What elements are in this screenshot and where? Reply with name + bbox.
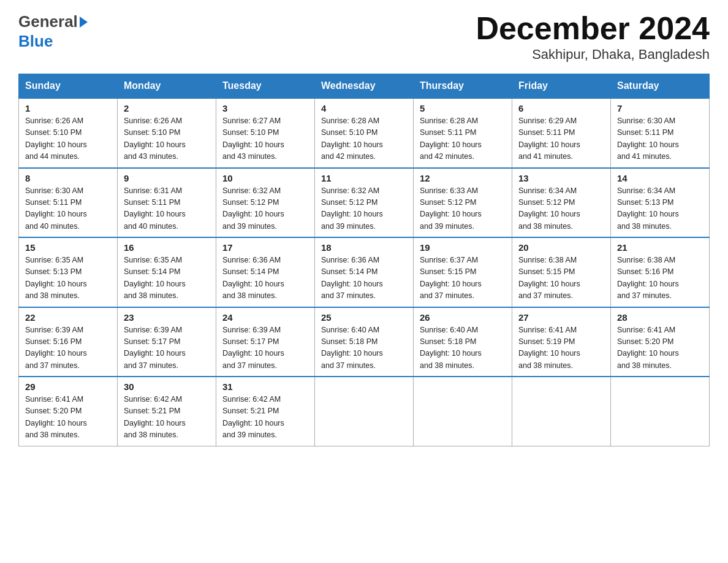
calendar-cell: 10 Sunrise: 6:32 AMSunset: 5:12 PMDaylig…: [216, 168, 315, 238]
header-saturday: Saturday: [611, 74, 710, 99]
day-number: 5: [420, 103, 506, 113]
calendar-cell: 12 Sunrise: 6:33 AMSunset: 5:12 PMDaylig…: [414, 168, 512, 238]
day-number: 4: [321, 103, 407, 113]
logo-triangle-icon: [80, 17, 88, 28]
day-info: Sunrise: 6:35 AMSunset: 5:14 PMDaylight:…: [124, 256, 186, 300]
calendar-week-4: 22 Sunrise: 6:39 AMSunset: 5:16 PMDaylig…: [19, 307, 710, 377]
day-number: 14: [617, 173, 703, 183]
calendar-cell: 29 Sunrise: 6:41 AMSunset: 5:20 PMDaylig…: [19, 377, 118, 446]
day-number: 16: [124, 242, 210, 253]
calendar-cell: 6 Sunrise: 6:29 AMSunset: 5:11 PMDayligh…: [512, 98, 611, 168]
calendar-cell: 9 Sunrise: 6:31 AMSunset: 5:11 PMDayligh…: [118, 168, 216, 238]
day-number: 28: [617, 312, 703, 323]
calendar-cell: 25 Sunrise: 6:40 AMSunset: 5:18 PMDaylig…: [315, 307, 414, 377]
month-title: December 2024: [476, 12, 710, 44]
calendar-cell: 13 Sunrise: 6:34 AMSunset: 5:12 PMDaylig…: [512, 168, 611, 238]
day-number: 15: [25, 242, 111, 253]
day-info: Sunrise: 6:38 AMSunset: 5:15 PMDaylight:…: [518, 256, 580, 300]
header-monday: Monday: [118, 74, 216, 99]
day-number: 29: [25, 381, 111, 392]
calendar-cell: 24 Sunrise: 6:39 AMSunset: 5:17 PMDaylig…: [216, 307, 315, 377]
calendar-cell: [512, 377, 611, 446]
day-number: 31: [222, 381, 308, 392]
day-info: Sunrise: 6:42 AMSunset: 5:21 PMDaylight:…: [124, 395, 186, 439]
location-title: Sakhipur, Dhaka, Bangladesh: [476, 47, 710, 63]
calendar-table: SundayMondayTuesdayWednesdayThursdayFrid…: [18, 74, 710, 446]
day-number: 13: [518, 173, 604, 183]
day-number: 19: [420, 242, 506, 253]
calendar-cell: 31 Sunrise: 6:42 AMSunset: 5:21 PMDaylig…: [216, 377, 315, 446]
calendar-week-5: 29 Sunrise: 6:41 AMSunset: 5:20 PMDaylig…: [19, 377, 710, 446]
day-number: 30: [124, 381, 210, 392]
logo-blue-text: Blue: [18, 32, 53, 51]
calendar-cell: 5 Sunrise: 6:28 AMSunset: 5:11 PMDayligh…: [414, 98, 512, 168]
day-number: 9: [124, 173, 210, 183]
calendar-cell: 14 Sunrise: 6:34 AMSunset: 5:13 PMDaylig…: [611, 168, 710, 238]
header-friday: Friday: [512, 74, 611, 99]
day-number: 12: [420, 173, 506, 183]
day-number: 2: [124, 103, 210, 113]
calendar-cell: 2 Sunrise: 6:26 AMSunset: 5:10 PMDayligh…: [118, 98, 216, 168]
calendar-cell: 19 Sunrise: 6:37 AMSunset: 5:15 PMDaylig…: [414, 237, 512, 307]
title-block: December 2024 Sakhipur, Dhaka, Banglades…: [476, 12, 710, 63]
calendar-cell: 17 Sunrise: 6:36 AMSunset: 5:14 PMDaylig…: [216, 237, 315, 307]
calendar-cell: 8 Sunrise: 6:30 AMSunset: 5:11 PMDayligh…: [19, 168, 118, 238]
header-tuesday: Tuesday: [216, 74, 315, 99]
day-number: 17: [222, 242, 308, 253]
calendar-cell: 7 Sunrise: 6:30 AMSunset: 5:11 PMDayligh…: [611, 98, 710, 168]
day-number: 23: [124, 312, 210, 323]
day-number: 24: [222, 312, 308, 323]
header-wednesday: Wednesday: [315, 74, 414, 99]
calendar-cell: 1 Sunrise: 6:26 AMSunset: 5:10 PMDayligh…: [19, 98, 118, 168]
day-info: Sunrise: 6:28 AMSunset: 5:10 PMDaylight:…: [321, 117, 383, 161]
calendar-cell: 11 Sunrise: 6:32 AMSunset: 5:12 PMDaylig…: [315, 168, 414, 238]
logo: General Blue: [18, 12, 88, 51]
day-info: Sunrise: 6:29 AMSunset: 5:11 PMDaylight:…: [518, 117, 580, 161]
day-info: Sunrise: 6:28 AMSunset: 5:11 PMDaylight:…: [420, 117, 482, 161]
header-thursday: Thursday: [414, 74, 512, 99]
calendar-cell: 27 Sunrise: 6:41 AMSunset: 5:19 PMDaylig…: [512, 307, 611, 377]
day-number: 22: [25, 312, 111, 323]
day-info: Sunrise: 6:41 AMSunset: 5:20 PMDaylight:…: [617, 326, 679, 370]
day-number: 26: [420, 312, 506, 323]
calendar-cell: [611, 377, 710, 446]
day-number: 3: [222, 103, 308, 113]
day-info: Sunrise: 6:39 AMSunset: 5:17 PMDaylight:…: [222, 326, 284, 370]
day-info: Sunrise: 6:37 AMSunset: 5:15 PMDaylight:…: [420, 256, 482, 300]
day-number: 6: [518, 103, 604, 113]
calendar-cell: 16 Sunrise: 6:35 AMSunset: 5:14 PMDaylig…: [118, 237, 216, 307]
day-number: 7: [617, 103, 703, 113]
calendar-cell: 23 Sunrise: 6:39 AMSunset: 5:17 PMDaylig…: [118, 307, 216, 377]
day-number: 18: [321, 242, 407, 253]
day-info: Sunrise: 6:40 AMSunset: 5:18 PMDaylight:…: [321, 326, 383, 370]
day-number: 1: [25, 103, 111, 113]
day-number: 10: [222, 173, 308, 183]
day-number: 8: [25, 173, 111, 183]
header-sunday: Sunday: [19, 74, 118, 99]
calendar-cell: 18 Sunrise: 6:36 AMSunset: 5:14 PMDaylig…: [315, 237, 414, 307]
calendar-week-3: 15 Sunrise: 6:35 AMSunset: 5:13 PMDaylig…: [19, 237, 710, 307]
day-info: Sunrise: 6:39 AMSunset: 5:16 PMDaylight:…: [25, 326, 87, 370]
day-info: Sunrise: 6:33 AMSunset: 5:12 PMDaylight:…: [420, 186, 482, 231]
calendar-cell: [414, 377, 512, 446]
calendar-week-1: 1 Sunrise: 6:26 AMSunset: 5:10 PMDayligh…: [19, 98, 710, 168]
day-info: Sunrise: 6:41 AMSunset: 5:19 PMDaylight:…: [518, 326, 580, 370]
day-info: Sunrise: 6:34 AMSunset: 5:12 PMDaylight:…: [518, 186, 580, 231]
calendar-cell: 28 Sunrise: 6:41 AMSunset: 5:20 PMDaylig…: [611, 307, 710, 377]
day-info: Sunrise: 6:34 AMSunset: 5:13 PMDaylight:…: [617, 186, 679, 231]
day-info: Sunrise: 6:38 AMSunset: 5:16 PMDaylight:…: [617, 256, 679, 300]
calendar-cell: 26 Sunrise: 6:40 AMSunset: 5:18 PMDaylig…: [414, 307, 512, 377]
day-info: Sunrise: 6:31 AMSunset: 5:11 PMDaylight:…: [124, 186, 186, 231]
day-number: 27: [518, 312, 604, 323]
day-info: Sunrise: 6:36 AMSunset: 5:14 PMDaylight:…: [321, 256, 383, 300]
calendar-cell: 21 Sunrise: 6:38 AMSunset: 5:16 PMDaylig…: [611, 237, 710, 307]
day-info: Sunrise: 6:41 AMSunset: 5:20 PMDaylight:…: [25, 395, 87, 439]
day-info: Sunrise: 6:40 AMSunset: 5:18 PMDaylight:…: [420, 326, 482, 370]
day-number: 20: [518, 242, 604, 253]
day-number: 11: [321, 173, 407, 183]
day-info: Sunrise: 6:35 AMSunset: 5:13 PMDaylight:…: [25, 256, 87, 300]
day-info: Sunrise: 6:32 AMSunset: 5:12 PMDaylight:…: [321, 186, 383, 231]
day-info: Sunrise: 6:30 AMSunset: 5:11 PMDaylight:…: [25, 186, 87, 231]
day-info: Sunrise: 6:27 AMSunset: 5:10 PMDaylight:…: [222, 117, 284, 161]
day-info: Sunrise: 6:26 AMSunset: 5:10 PMDaylight:…: [25, 117, 87, 161]
